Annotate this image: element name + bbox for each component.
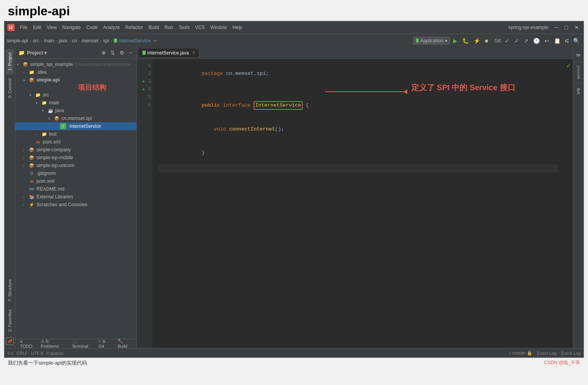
menu-navigate[interactable]: Navigate bbox=[60, 24, 83, 31]
tree-internetservice[interactable]: I InternetService bbox=[15, 122, 136, 130]
project-bottom-tabs: ≡ TODO ⚠ 6: Problems ⬛ Terminal ⑂ 9: Git… bbox=[15, 339, 136, 348]
pin-button[interactable]: 📌 bbox=[6, 337, 14, 345]
menu-code[interactable]: Code bbox=[84, 24, 100, 31]
menu-analyze[interactable]: Analyze bbox=[101, 24, 122, 31]
maximize-button[interactable]: □ bbox=[563, 24, 570, 31]
git-history[interactable]: 🕐 bbox=[532, 37, 541, 45]
tree-pom-api[interactable]: m pom.xml bbox=[15, 138, 136, 146]
status-indent[interactable]: 4 spaces bbox=[46, 351, 64, 356]
bottom-tab-git[interactable]: ⑂ 9: Git bbox=[95, 338, 114, 349]
tab-project[interactable]: 1: Project bbox=[6, 49, 14, 74]
search-everywhere-button[interactable]: 🔍 bbox=[572, 37, 581, 45]
watermark-text: 我们先看一下simple-api的实现代码 bbox=[8, 360, 87, 367]
tree-simple-company[interactable]: › 📦 simple-company bbox=[15, 146, 136, 154]
status-right: ⑂ master 🔒 Event Log Event Log bbox=[508, 350, 581, 356]
readme-icon: MD bbox=[29, 186, 35, 192]
tree-root[interactable]: ▾ 📦 simple_spi_example D:\Laso\ysspace\g… bbox=[15, 60, 136, 68]
scratches-label: Scratches and Consoles bbox=[36, 202, 87, 207]
menu-vcs[interactable]: VCS bbox=[193, 24, 207, 31]
menu-tools[interactable]: Tools bbox=[176, 24, 192, 31]
java-icon: ☕ bbox=[47, 107, 54, 114]
minimize-button[interactable]: ─ bbox=[553, 24, 560, 31]
breadcrumb-java[interactable]: java bbox=[59, 38, 67, 44]
breadcrumb-main[interactable]: main bbox=[44, 38, 54, 44]
tree-simple-isp-mobile[interactable]: › 📦 simple-isp-mobile bbox=[15, 154, 136, 162]
run-config-dropdown[interactable]: I Application ▾ bbox=[413, 37, 450, 45]
stop-button[interactable]: ■ bbox=[483, 37, 490, 45]
tree-simple-api[interactable]: ▾ 📦 simple-api bbox=[15, 76, 136, 84]
bottom-tab-build[interactable]: 🔨 Build bbox=[114, 338, 135, 348]
editor-tab-internetservice[interactable]: I InternetService.java ✕ bbox=[138, 49, 200, 57]
simple-api-icon: 📦 bbox=[29, 77, 35, 83]
tree-main[interactable]: ▾ 📁 main bbox=[15, 99, 136, 107]
breadcrumb-src[interactable]: src bbox=[33, 38, 39, 44]
git-revert[interactable]: ↩ bbox=[543, 37, 551, 45]
tree-simple-isp-unicom[interactable]: › 📦 simple-isp-unicom bbox=[15, 162, 136, 169]
status-vcs[interactable]: ⑂ master 🔒 bbox=[508, 350, 532, 356]
tree-external-libs[interactable]: › 📚 External Libraries bbox=[15, 193, 136, 201]
tree-gitignore[interactable]: ⚙ .gitignore bbox=[15, 169, 136, 177]
right-tab-jclasslib[interactable]: jclasslib bbox=[575, 63, 582, 82]
run-button[interactable]: ▶ bbox=[452, 37, 459, 45]
right-tab-maven[interactable]: m bbox=[575, 49, 582, 61]
breadcrumb-memset[interactable]: memset bbox=[82, 38, 98, 44]
project-folder-icon: 📁 bbox=[18, 50, 25, 56]
breadcrumb-internetservice[interactable]: InternetService bbox=[119, 38, 151, 44]
git-label: Git: bbox=[494, 38, 502, 44]
line-num-5: 5 bbox=[138, 93, 151, 101]
status-charset[interactable]: UTF-8 bbox=[31, 351, 43, 356]
menu-edit[interactable]: Edit bbox=[31, 24, 44, 31]
tab-favorites[interactable]: 2: Favorites bbox=[6, 305, 14, 336]
git-arrow[interactable]: ↗ bbox=[522, 37, 530, 45]
mobile-icon: 📦 bbox=[29, 154, 35, 161]
panel-collapse-btn[interactable]: ⊕ bbox=[100, 49, 107, 56]
menu-build[interactable]: Build bbox=[146, 24, 162, 31]
tree-package[interactable]: ▾ 📦 cn.memset.spi bbox=[15, 114, 136, 122]
panel-sort-btn[interactable]: ⇅ bbox=[109, 49, 116, 56]
debug-button[interactable]: 🐛 bbox=[461, 37, 470, 45]
breadcrumb: simple-api › src › main › java › cn › me… bbox=[7, 38, 158, 44]
pom-api-icon: m bbox=[35, 139, 41, 145]
coverage-button[interactable]: ⚡ bbox=[472, 37, 482, 45]
code-editor[interactable]: package cn.memset.spi; public interface … bbox=[152, 59, 565, 348]
tab-close-button[interactable]: ✕ bbox=[192, 51, 195, 55]
menu-window[interactable]: Window bbox=[208, 24, 229, 31]
tree-test[interactable]: › 📁 test bbox=[15, 130, 136, 138]
tab-structure[interactable]: 7: Structure bbox=[6, 275, 14, 305]
menu-run[interactable]: Run bbox=[162, 24, 176, 31]
root-arrow: ▾ bbox=[17, 62, 22, 67]
status-line: 6:1 bbox=[7, 351, 13, 356]
tab-commit[interactable]: 0: Commit bbox=[6, 74, 14, 102]
tree-scratches[interactable]: › ⚡ Scratches and Consoles bbox=[15, 201, 136, 209]
menu-refactor[interactable]: Refactor bbox=[123, 24, 145, 31]
status-event-log[interactable]: Event Log bbox=[537, 351, 557, 356]
company-icon: 📦 bbox=[29, 147, 35, 153]
main-area: 1: Project 0: Commit 7: Structure 2: Fav… bbox=[4, 47, 584, 348]
tree-java[interactable]: ▾ ☕ java bbox=[15, 107, 136, 114]
git-check2[interactable]: ✓ bbox=[513, 37, 521, 45]
tree-readme[interactable]: MD README.md bbox=[15, 185, 136, 193]
menu-view[interactable]: View bbox=[44, 24, 59, 31]
bottom-tab-problems[interactable]: ⚠ 6: Problems bbox=[38, 338, 68, 348]
menu-help[interactable]: Help bbox=[230, 24, 245, 31]
breadcrumb-simple-api[interactable]: simple-api bbox=[7, 38, 28, 44]
panel-minimize-btn[interactable]: − bbox=[128, 49, 133, 56]
right-tab-ant[interactable]: Ant bbox=[575, 84, 583, 98]
menu-file[interactable]: File bbox=[18, 24, 30, 31]
tree-idea[interactable]: › 📁 .idea bbox=[15, 68, 136, 76]
git-annotate[interactable]: 📋 bbox=[552, 37, 562, 45]
breadcrumb-cn[interactable]: cn bbox=[72, 38, 77, 44]
status-crlf[interactable]: CRLF bbox=[16, 351, 28, 356]
breadcrumb-back-icon[interactable]: ↩ bbox=[154, 38, 158, 44]
gitignore-label: .gitignore bbox=[36, 171, 56, 176]
tree-pom-root[interactable]: m pom.xml bbox=[15, 177, 136, 185]
bottom-tab-todo[interactable]: ≡ TODO bbox=[17, 338, 37, 349]
git-branches[interactable]: ⑆ bbox=[564, 37, 570, 45]
close-button[interactable]: ✕ bbox=[573, 24, 581, 31]
tree-src[interactable]: ▾ 📁 src bbox=[15, 91, 136, 99]
git-check1[interactable]: ✓ bbox=[503, 37, 511, 45]
editor-area: I InternetService.java ✕ 1 2 ▶3 bbox=[137, 47, 573, 348]
breadcrumb-spi[interactable]: spi bbox=[103, 38, 109, 44]
panel-settings-btn[interactable]: ⚙ bbox=[118, 49, 125, 56]
bottom-tab-terminal[interactable]: ⬛ Terminal bbox=[69, 338, 94, 348]
